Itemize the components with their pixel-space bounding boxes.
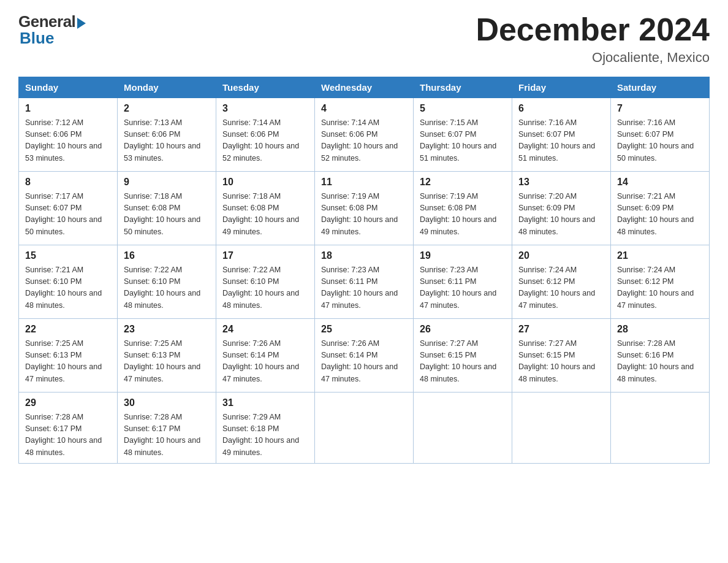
table-row: 6 Sunrise: 7:16 AMSunset: 6:07 PMDayligh… (512, 98, 611, 172)
day-number: 14 (617, 177, 703, 188)
table-row (315, 393, 414, 464)
day-info: Sunrise: 7:16 AMSunset: 6:07 PMDaylight:… (518, 118, 595, 162)
day-info: Sunrise: 7:17 AMSunset: 6:07 PMDaylight:… (25, 192, 102, 236)
table-row: 16 Sunrise: 7:22 AMSunset: 6:10 PMDaylig… (118, 245, 216, 319)
day-info: Sunrise: 7:24 AMSunset: 6:12 PMDaylight:… (518, 266, 595, 309)
day-info: Sunrise: 7:26 AMSunset: 6:14 PMDaylight:… (321, 339, 398, 383)
day-info: Sunrise: 7:14 AMSunset: 6:06 PMDaylight:… (321, 118, 398, 162)
page-header: General Blue December 2024 Ojocaliente, … (18, 12, 710, 66)
day-info: Sunrise: 7:21 AMSunset: 6:09 PMDaylight:… (617, 192, 694, 236)
table-row: 26 Sunrise: 7:27 AMSunset: 6:15 PMDaylig… (414, 319, 512, 393)
day-info: Sunrise: 7:27 AMSunset: 6:15 PMDaylight:… (420, 339, 496, 383)
table-row: 27 Sunrise: 7:27 AMSunset: 6:15 PMDaylig… (512, 319, 611, 393)
day-info: Sunrise: 7:15 AMSunset: 6:07 PMDaylight:… (420, 118, 496, 162)
day-number: 13 (518, 177, 604, 188)
title-block: December 2024 Ojocaliente, Mexico (476, 12, 710, 66)
day-info: Sunrise: 7:13 AMSunset: 6:06 PMDaylight:… (124, 118, 200, 162)
table-row: 4 Sunrise: 7:14 AMSunset: 6:06 PMDayligh… (315, 98, 414, 172)
table-row: 14 Sunrise: 7:21 AMSunset: 6:09 PMDaylig… (611, 172, 710, 245)
day-number: 19 (420, 250, 506, 261)
calendar-table: Sunday Monday Tuesday Wednesday Thursday… (18, 77, 710, 464)
table-row: 31 Sunrise: 7:29 AMSunset: 6:18 PMDaylig… (216, 393, 315, 464)
day-info: Sunrise: 7:23 AMSunset: 6:11 PMDaylight:… (420, 266, 496, 309)
day-number: 27 (518, 324, 604, 335)
table-row: 8 Sunrise: 7:17 AMSunset: 6:07 PMDayligh… (19, 172, 118, 245)
table-row: 13 Sunrise: 7:20 AMSunset: 6:09 PMDaylig… (512, 172, 611, 245)
day-number: 11 (321, 177, 407, 188)
month-title: December 2024 (476, 12, 710, 47)
table-row: 24 Sunrise: 7:26 AMSunset: 6:14 PMDaylig… (216, 319, 315, 393)
table-row (611, 393, 710, 464)
day-info: Sunrise: 7:18 AMSunset: 6:08 PMDaylight:… (124, 192, 200, 236)
day-number: 4 (321, 103, 407, 114)
table-row: 7 Sunrise: 7:16 AMSunset: 6:07 PMDayligh… (611, 98, 710, 172)
day-number: 15 (25, 250, 111, 261)
table-row: 23 Sunrise: 7:25 AMSunset: 6:13 PMDaylig… (118, 319, 216, 393)
day-number: 6 (518, 103, 604, 114)
table-row: 15 Sunrise: 7:21 AMSunset: 6:10 PMDaylig… (19, 245, 118, 319)
day-info: Sunrise: 7:23 AMSunset: 6:11 PMDaylight:… (321, 266, 398, 309)
day-number: 3 (222, 103, 308, 114)
table-row: 25 Sunrise: 7:26 AMSunset: 6:14 PMDaylig… (315, 319, 414, 393)
day-number: 29 (25, 397, 111, 408)
day-number: 12 (420, 177, 506, 188)
day-number: 7 (617, 103, 703, 114)
logo-blue-text: Blue (18, 29, 54, 48)
day-number: 21 (617, 250, 703, 261)
col-thursday: Thursday (414, 77, 512, 98)
day-info: Sunrise: 7:25 AMSunset: 6:13 PMDaylight:… (124, 339, 200, 383)
table-row: 5 Sunrise: 7:15 AMSunset: 6:07 PMDayligh… (414, 98, 512, 172)
day-info: Sunrise: 7:28 AMSunset: 6:17 PMDaylight:… (25, 413, 102, 456)
table-row: 11 Sunrise: 7:19 AMSunset: 6:08 PMDaylig… (315, 172, 414, 245)
day-number: 26 (420, 324, 506, 335)
day-info: Sunrise: 7:12 AMSunset: 6:06 PMDaylight:… (25, 118, 102, 162)
day-info: Sunrise: 7:19 AMSunset: 6:08 PMDaylight:… (321, 192, 398, 236)
day-number: 5 (420, 103, 506, 114)
col-monday: Monday (118, 77, 216, 98)
day-number: 23 (124, 324, 210, 335)
day-info: Sunrise: 7:28 AMSunset: 6:16 PMDaylight:… (617, 339, 694, 383)
col-wednesday: Wednesday (315, 77, 414, 98)
day-info: Sunrise: 7:18 AMSunset: 6:08 PMDaylight:… (222, 192, 299, 236)
day-number: 1 (25, 103, 111, 114)
day-info: Sunrise: 7:14 AMSunset: 6:06 PMDaylight:… (222, 118, 299, 162)
day-info: Sunrise: 7:28 AMSunset: 6:17 PMDaylight:… (124, 413, 200, 456)
calendar-week-row: 29 Sunrise: 7:28 AMSunset: 6:17 PMDaylig… (19, 393, 710, 464)
col-saturday: Saturday (611, 77, 710, 98)
table-row: 19 Sunrise: 7:23 AMSunset: 6:11 PMDaylig… (414, 245, 512, 319)
day-number: 9 (124, 177, 210, 188)
table-row: 2 Sunrise: 7:13 AMSunset: 6:06 PMDayligh… (118, 98, 216, 172)
logo-arrow-icon (77, 18, 86, 29)
day-number: 16 (124, 250, 210, 261)
day-number: 17 (222, 250, 308, 261)
calendar-week-row: 1 Sunrise: 7:12 AMSunset: 6:06 PMDayligh… (19, 98, 710, 172)
day-number: 24 (222, 324, 308, 335)
day-info: Sunrise: 7:29 AMSunset: 6:18 PMDaylight:… (222, 413, 299, 456)
day-number: 10 (222, 177, 308, 188)
table-row: 30 Sunrise: 7:28 AMSunset: 6:17 PMDaylig… (118, 393, 216, 464)
table-row: 3 Sunrise: 7:14 AMSunset: 6:06 PMDayligh… (216, 98, 315, 172)
col-friday: Friday (512, 77, 611, 98)
table-row: 20 Sunrise: 7:24 AMSunset: 6:12 PMDaylig… (512, 245, 611, 319)
table-row: 18 Sunrise: 7:23 AMSunset: 6:11 PMDaylig… (315, 245, 414, 319)
day-number: 8 (25, 177, 111, 188)
day-number: 2 (124, 103, 210, 114)
table-row: 9 Sunrise: 7:18 AMSunset: 6:08 PMDayligh… (118, 172, 216, 245)
day-info: Sunrise: 7:26 AMSunset: 6:14 PMDaylight:… (222, 339, 299, 383)
day-number: 28 (617, 324, 703, 335)
day-info: Sunrise: 7:19 AMSunset: 6:08 PMDaylight:… (420, 192, 496, 236)
day-number: 31 (222, 397, 308, 408)
logo: General Blue (18, 12, 86, 48)
col-tuesday: Tuesday (216, 77, 315, 98)
day-info: Sunrise: 7:22 AMSunset: 6:10 PMDaylight:… (124, 266, 200, 309)
day-number: 18 (321, 250, 407, 261)
day-info: Sunrise: 7:25 AMSunset: 6:13 PMDaylight:… (25, 339, 102, 383)
table-row: 12 Sunrise: 7:19 AMSunset: 6:08 PMDaylig… (414, 172, 512, 245)
day-info: Sunrise: 7:21 AMSunset: 6:10 PMDaylight:… (25, 266, 102, 309)
table-row: 21 Sunrise: 7:24 AMSunset: 6:12 PMDaylig… (611, 245, 710, 319)
day-info: Sunrise: 7:20 AMSunset: 6:09 PMDaylight:… (518, 192, 595, 236)
calendar-week-row: 15 Sunrise: 7:21 AMSunset: 6:10 PMDaylig… (19, 245, 710, 319)
table-row: 1 Sunrise: 7:12 AMSunset: 6:06 PMDayligh… (19, 98, 118, 172)
table-row: 22 Sunrise: 7:25 AMSunset: 6:13 PMDaylig… (19, 319, 118, 393)
day-number: 30 (124, 397, 210, 408)
